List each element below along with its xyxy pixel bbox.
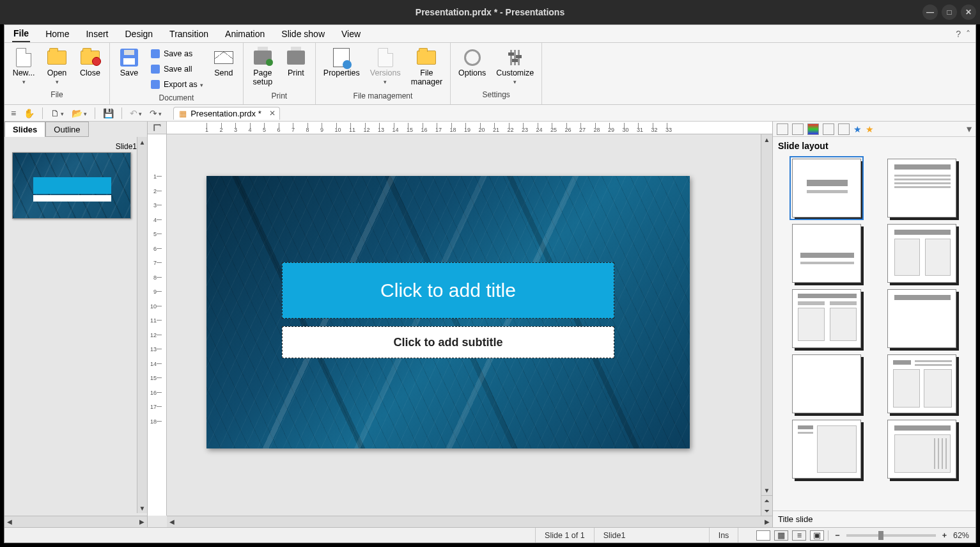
separator [121,107,122,119]
tab-slides[interactable]: Slides [4,122,45,137]
scroll-down-icon[interactable]: ▼ [137,503,147,513]
panel-hscrollbar[interactable]: ◀ ▶ [4,516,147,527]
layout-title-only[interactable] [887,289,956,348]
customize-button[interactable]: Customize▾ [492,45,538,88]
main-area: Slides Outline Slide1 ▲ ▼ ◀ ▶ 1 [4,122,976,527]
menu-insert[interactable]: Insert [84,26,109,42]
layout-section-header[interactable] [792,224,861,283]
panel-tab-5-icon[interactable] [838,123,850,135]
layout-comparison[interactable] [792,289,861,348]
scroll-right-icon[interactable]: ▶ [137,516,147,527]
star-orange-icon[interactable]: ★ [866,124,874,134]
qat-redo-icon[interactable]: ↷▾ [147,107,164,120]
close-button[interactable]: Close [75,45,105,80]
scroll-right-icon[interactable]: ▶ [762,516,772,527]
layout-10[interactable] [887,420,956,479]
tab-outline[interactable]: Outline [45,122,88,137]
panel-tab-1-icon[interactable] [777,123,788,135]
panel-tab-3-icon[interactable] [807,123,819,135]
status-insert-mode[interactable]: Ins [710,528,739,543]
zoom-out-button[interactable]: − [832,531,842,540]
menu-transition[interactable]: Transition [168,26,210,42]
window-close-button[interactable]: ✕ [961,4,976,20]
scroll-up-icon[interactable]: ▲ [137,137,147,147]
export-as-button[interactable]: Export as ▾ [147,77,206,91]
layout-9[interactable] [792,420,861,479]
layout-title-slide[interactable] [792,159,861,218]
qat-menu-icon[interactable]: ≡ [8,107,19,120]
layout-grid [773,155,976,511]
status-empty [4,528,536,543]
window-minimize-button[interactable]: — [922,4,938,20]
qat-undo-icon[interactable]: ↶▾ [127,107,144,120]
menu-slideshow[interactable]: Slide show [280,26,326,42]
options-button[interactable]: Options [455,45,490,80]
view-outline-icon[interactable]: ≡ [792,530,806,541]
help-icon[interactable]: ? [956,29,961,39]
page-setup-label: Page setup [253,68,273,87]
star-blue-icon[interactable]: ★ [853,124,862,134]
scroll-down-icon[interactable]: ▼ [761,485,772,495]
qat-save-icon[interactable]: 💾 [100,107,116,120]
scroll-up-icon[interactable]: ▲ [761,134,772,145]
panel-vscrollbar[interactable]: ▲ ▼ [137,137,147,513]
view-slideshow-icon[interactable]: ▣ [810,530,824,541]
panel-tab-4-icon[interactable] [823,123,834,135]
layout-panel: ★ ★ ▾ Slide layout [772,122,976,527]
menu-view[interactable]: View [340,26,362,42]
save-as-button[interactable]: Save as [147,47,206,61]
qat-open-icon[interactable]: 📂▾ [69,107,89,120]
horizontal-ruler[interactable]: 1234567891011121314151617181920212223242… [167,122,772,134]
canvas-hscrollbar[interactable]: ◀ ▶ [167,516,772,527]
title-placeholder[interactable]: Click to add title [282,262,614,319]
panel-dropdown-icon[interactable]: ▾ [967,123,972,135]
next-slide-icon[interactable]: ⏷ [761,505,772,516]
quick-access-toolbar: ≡ ✋ 🗋▾ 📂▾ 💾 ↶▾ ↷▾ ▦ Presentation.prdx * … [4,105,976,122]
page-setup-button[interactable]: Page setup [247,45,278,90]
vertical-ruler[interactable]: 123456789101112131415161718 [148,134,167,516]
qat-hand-icon[interactable]: ✋ [21,107,37,120]
slide-canvas[interactable]: Click to add title Click to add subtitle… [167,134,772,516]
layout-title-content[interactable] [887,159,956,218]
menu-animation[interactable]: Animation [224,26,266,42]
prev-slide-icon[interactable]: ⏶ [761,495,772,505]
app-frame: File Home Insert Design Transition Anima… [4,24,976,543]
new-label: New... [13,68,35,77]
slides-panel: Slides Outline Slide1 ▲ ▼ ◀ ▶ [4,122,148,527]
properties-button[interactable]: Properties [320,45,364,80]
close-tab-icon[interactable]: ✕ [269,109,276,118]
menu-file[interactable]: File [12,26,30,42]
collapse-ribbon-icon[interactable]: ˄ [966,29,970,39]
slide-thumbnail-1[interactable]: Slide1 [12,141,139,219]
window-maximize-button[interactable]: □ [942,4,957,20]
print-button[interactable]: Print [281,45,311,80]
file-manager-button[interactable]: File manager [407,45,446,90]
menu-home[interactable]: Home [44,26,70,42]
zoom-percent[interactable]: 62% [953,531,969,540]
layout-two-content[interactable] [887,224,956,283]
save-all-label: Save all [164,65,192,74]
panel-tab-2-icon[interactable] [792,123,804,135]
view-sorter-icon[interactable]: ▦ [774,530,788,541]
view-normal-icon[interactable] [756,530,770,541]
document-tab[interactable]: ▦ Presentation.prdx * ✕ [173,107,280,120]
open-button[interactable]: Open▾ [42,45,72,88]
layout-content-caption[interactable] [887,354,956,413]
layout-blank[interactable] [792,354,861,413]
zoom-in-button[interactable]: + [940,531,949,540]
close-label: Close [80,68,100,77]
save-button[interactable]: Save [114,45,144,80]
menu-bar: File Home Insert Design Transition Anima… [4,25,976,43]
send-button[interactable]: Send [208,45,239,80]
save-all-button[interactable]: Save all [147,62,206,76]
zoom-handle[interactable] [878,531,883,540]
menu-design[interactable]: Design [124,26,155,42]
scroll-left-icon[interactable]: ◀ [167,516,177,527]
canvas-vscrollbar[interactable]: ▲ ▼ ⏶ ⏷ [761,134,772,516]
zoom-slider[interactable] [846,534,936,537]
qat-new-icon[interactable]: 🗋▾ [48,107,66,120]
subtitle-placeholder[interactable]: Click to add subtitle [282,326,614,358]
scroll-left-icon[interactable]: ◀ [4,516,15,527]
new-button[interactable]: New...▾ [8,45,39,88]
slide-1[interactable]: Click to add title Click to add subtitle [206,176,690,448]
